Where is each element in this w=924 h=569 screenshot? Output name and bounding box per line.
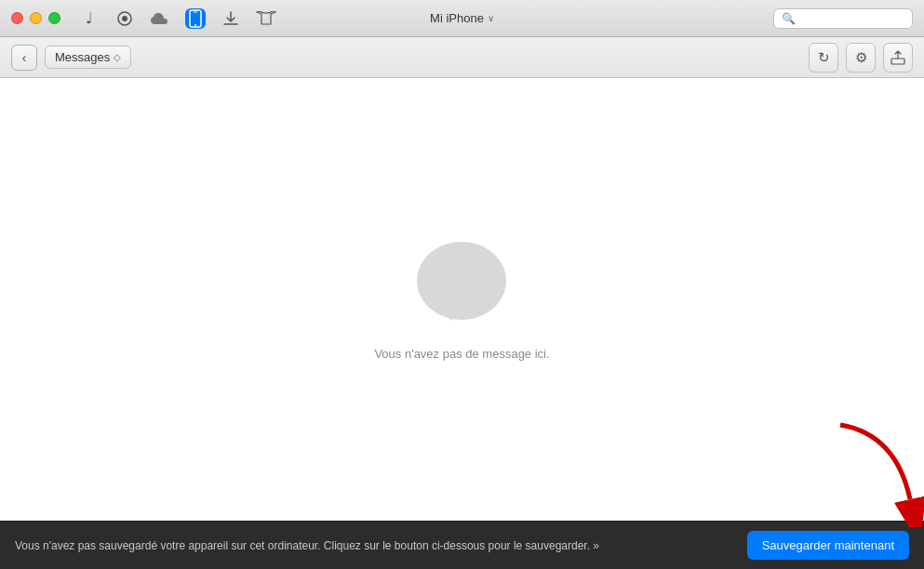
warning-text: Vous n'avez pas sauvegardé votre apparei…: [15, 539, 747, 552]
svg-rect-5: [891, 59, 904, 64]
export-icon: [891, 50, 905, 65]
back-icon: ‹: [22, 50, 27, 65]
dropdown-arrow-icon: ◇: [114, 52, 121, 62]
device-chevron: ∨: [488, 13, 494, 23]
main-content: Vous n'avez pas de message ici.: [0, 78, 924, 521]
empty-message: Vous n'avez pas de message ici.: [374, 347, 549, 361]
refresh-icon: ↻: [818, 49, 830, 66]
sync-icon[interactable]: [114, 8, 135, 29]
search-input[interactable]: [800, 12, 904, 25]
svg-point-3: [194, 24, 196, 26]
search-icon: 🔍: [782, 12, 796, 25]
gear-icon: ⚙: [855, 49, 867, 66]
close-button[interactable]: [11, 12, 23, 24]
toolbar-icons: ♩: [79, 8, 276, 29]
music-icon[interactable]: ♩: [79, 8, 100, 29]
message-bubble-icon: [410, 239, 513, 332]
refresh-button[interactable]: ↻: [809, 43, 838, 73]
section-dropdown[interactable]: Messages ◇: [45, 46, 131, 69]
export-button[interactable]: [883, 43, 913, 73]
search-bar[interactable]: 🔍: [773, 8, 913, 29]
tshirt-icon[interactable]: [256, 8, 276, 29]
cloud-icon[interactable]: [150, 8, 170, 29]
nav-right: ↻ ⚙: [809, 43, 913, 73]
save-now-button[interactable]: Sauvegarder maintenant: [747, 531, 909, 560]
nav-bar: ‹ Messages ◇ ↻ ⚙: [0, 37, 924, 78]
download-icon[interactable]: [221, 8, 241, 29]
svg-rect-4: [194, 11, 197, 12]
settings-button[interactable]: ⚙: [846, 43, 876, 73]
device-title[interactable]: Mi iPhone ∨: [430, 11, 494, 25]
minimize-button[interactable]: [30, 12, 42, 24]
svg-point-1: [122, 16, 127, 21]
device-name: Mi iPhone: [430, 11, 484, 25]
back-button[interactable]: ‹: [11, 45, 37, 71]
svg-point-6: [417, 242, 506, 320]
section-label: Messages: [55, 50, 110, 64]
bottom-bar: Vous n'avez pas sauvegardé votre apparei…: [0, 521, 924, 569]
maximize-button[interactable]: [48, 12, 60, 24]
empty-state: Vous n'avez pas de message ici.: [374, 239, 549, 361]
iphone-icon[interactable]: [185, 8, 206, 29]
traffic-lights: [11, 12, 60, 24]
nav-left: ‹ Messages ◇: [11, 45, 131, 71]
title-bar: ♩: [0, 0, 924, 37]
